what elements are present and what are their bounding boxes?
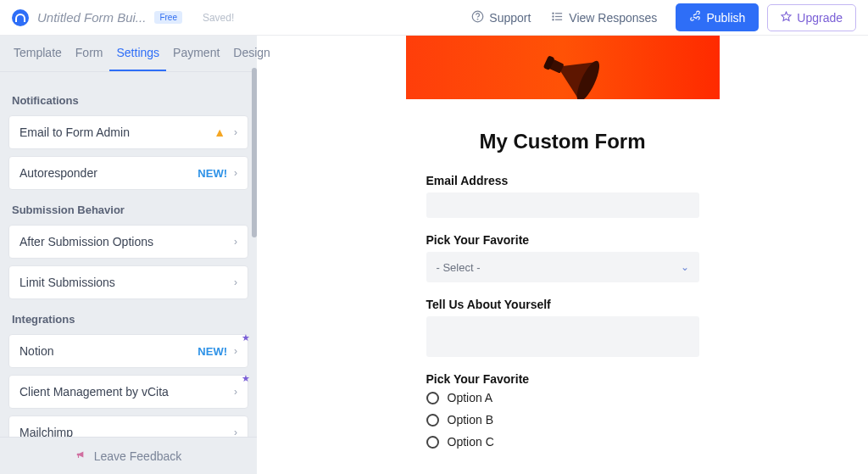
radio-label: Pick Your Favorite (426, 372, 699, 386)
megaphone-icon (75, 449, 87, 463)
sidebar-scroll: Notifications Email to Form Admin ▲ › Au… (0, 72, 257, 437)
upgrade-button[interactable]: Upgrade (767, 4, 856, 31)
star-corner-icon: ★ (242, 332, 250, 343)
svg-point-6 (553, 15, 554, 16)
setting-limit-submissions[interactable]: Limit Submissions › (8, 265, 248, 299)
section-notifications: Notifications (12, 94, 245, 107)
tab-form[interactable]: Form (69, 36, 110, 71)
chevron-down-icon: ⌄ (681, 261, 689, 273)
publish-button[interactable]: Publish (676, 3, 759, 31)
new-badge: NEW! (198, 167, 227, 180)
tab-payment[interactable]: Payment (166, 36, 226, 71)
tab-settings[interactable]: Settings (109, 36, 166, 71)
scrollbar[interactable] (252, 36, 257, 474)
radio-option-label: Option C (448, 435, 494, 449)
chevron-right-icon: › (234, 276, 237, 288)
setting-notion[interactable]: Notion NEW! › ★ (8, 334, 248, 368)
chevron-right-icon: › (234, 236, 237, 248)
chevron-right-icon: › (234, 345, 237, 357)
about-field[interactable] (426, 316, 699, 357)
support-label: Support (489, 11, 531, 25)
select-placeholder: - Select - (437, 261, 481, 274)
svg-point-5 (553, 13, 554, 14)
form-canvas: My Custom Form Email Address Pick Your F… (257, 36, 868, 474)
setting-label: Client Management by vCita (19, 385, 169, 399)
support-button[interactable]: Support (461, 5, 541, 31)
radio-option-a[interactable]: Option A (426, 391, 699, 404)
radio-group: Option A Option B Option C (426, 391, 699, 449)
preview-form-title: My Custom Form (426, 130, 699, 153)
svg-point-7 (553, 19, 554, 20)
setting-after-submission[interactable]: After Submission Options › (8, 225, 248, 259)
chevron-right-icon: › (234, 427, 237, 437)
list-icon (551, 10, 564, 25)
favorite-select[interactable]: - Select - ⌄ (426, 252, 699, 282)
email-field[interactable] (426, 192, 699, 218)
save-status: Saved! (203, 12, 234, 24)
warning-icon: ▲ (214, 125, 225, 139)
setting-label: After Submission Options (19, 235, 153, 248)
star-icon (781, 11, 792, 25)
tab-template[interactable]: Template (7, 36, 69, 71)
about-label: Tell Us About Yourself (426, 298, 699, 311)
radio-option-b[interactable]: Option B (426, 413, 699, 427)
radio-icon (426, 436, 439, 449)
hero-image (406, 36, 720, 99)
svg-line-9 (693, 14, 697, 15)
setting-label: Mailchimp (19, 426, 73, 437)
setting-autoresponder[interactable]: Autoresponder NEW! › (8, 156, 248, 190)
form-title: Untitled Form Bui... (37, 10, 146, 25)
help-icon (471, 10, 484, 25)
setting-label: Autoresponder (19, 166, 97, 180)
chevron-right-icon: › (234, 167, 237, 179)
radio-option-label: Option B (448, 413, 493, 427)
setting-email-admin[interactable]: Email to Form Admin ▲ › (8, 115, 248, 149)
view-responses-button[interactable]: View Responses (541, 5, 667, 31)
leave-feedback-button[interactable]: Leave Feedback (0, 437, 257, 474)
chevron-right-icon: › (234, 386, 237, 398)
section-submission: Submission Behavior (12, 204, 245, 216)
favorite-label: Pick Your Favorite (426, 233, 699, 247)
radio-option-label: Option A (448, 391, 493, 404)
setting-label: Email to Form Admin (19, 125, 130, 139)
new-badge: NEW! (198, 345, 227, 358)
scrollbar-thumb[interactable] (252, 68, 257, 237)
setting-label: Limit Submissions (19, 276, 115, 289)
publish-label: Publish (706, 11, 745, 25)
radio-icon (426, 392, 439, 404)
chevron-right-icon: › (234, 126, 237, 138)
app-logo-icon (12, 9, 29, 26)
section-integrations: Integrations (12, 313, 245, 326)
setting-mailchimp[interactable]: Mailchimp › (8, 415, 248, 437)
form-preview: My Custom Form Email Address Pick Your F… (406, 36, 720, 474)
setting-label: Notion (19, 344, 53, 358)
share-icon (689, 10, 701, 25)
settings-sidebar: Template Form Settings Payment Design No… (0, 36, 257, 474)
top-bar: Untitled Form Bui... Free Saved! Support… (0, 0, 868, 36)
sidebar-tabs: Template Form Settings Payment Design (0, 36, 257, 72)
plan-badge: Free (154, 11, 182, 24)
feedback-label: Leave Feedback (94, 449, 182, 463)
svg-marker-10 (782, 12, 791, 20)
setting-vcita[interactable]: Client Management by vCita › ★ (8, 375, 248, 409)
upgrade-label: Upgrade (797, 11, 843, 25)
email-label: Email Address (426, 174, 699, 187)
radio-option-c[interactable]: Option C (426, 435, 699, 449)
svg-point-1 (477, 19, 478, 20)
view-responses-label: View Responses (569, 11, 657, 25)
star-corner-icon: ★ (242, 373, 250, 384)
radio-icon (426, 414, 439, 427)
